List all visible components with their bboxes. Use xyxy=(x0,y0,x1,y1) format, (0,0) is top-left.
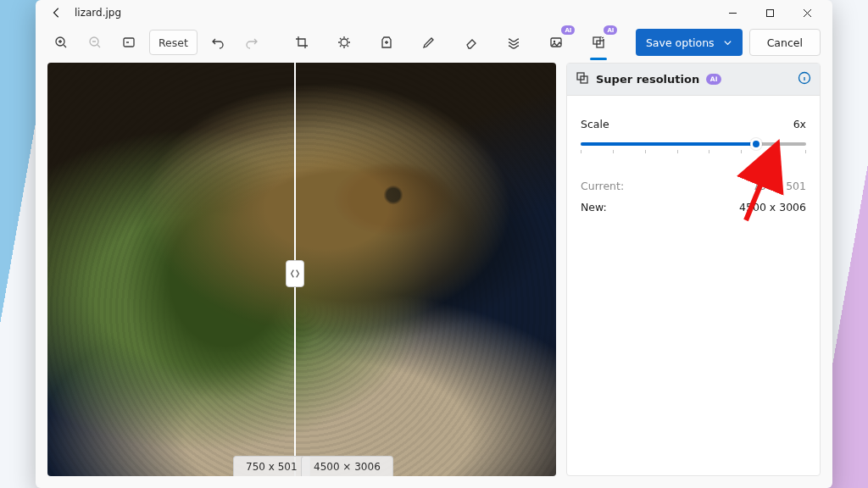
svg-point-4 xyxy=(341,39,348,46)
svg-rect-0 xyxy=(766,9,773,16)
ai-badge-icon: AI xyxy=(604,25,617,35)
cancel-button[interactable]: Cancel xyxy=(749,29,821,56)
super-resolution-tool[interactable]: AI xyxy=(585,30,612,55)
redo-button[interactable] xyxy=(238,30,265,55)
scale-slider[interactable] xyxy=(581,136,806,161)
undo-button[interactable] xyxy=(204,30,231,55)
super-resolution-icon xyxy=(576,71,589,87)
comparison-handle[interactable] xyxy=(286,260,304,287)
original-dimensions-label: 750 x 501 xyxy=(233,456,310,476)
zoom-out-button[interactable] xyxy=(81,30,108,55)
generative-tool[interactable]: AI xyxy=(542,30,570,55)
erase-tool[interactable] xyxy=(458,30,485,55)
markup-tool[interactable] xyxy=(415,30,442,55)
upscaled-dimensions-label: 4500 × 3006 xyxy=(301,456,393,476)
zoom-in-button[interactable] xyxy=(47,30,75,55)
image-canvas[interactable]: 750 x 501 4500 × 3006 xyxy=(47,63,556,476)
comparison-divider[interactable] xyxy=(294,63,296,476)
panel-title: Super resolution xyxy=(596,73,699,86)
main-area: 750 x 501 4500 × 3006 Super resolution A… xyxy=(36,59,832,488)
side-panel: Super resolution AI Scale 6x Cur xyxy=(566,63,821,476)
scale-label: Scale xyxy=(581,118,609,130)
save-options-label: Save options xyxy=(646,36,715,49)
file-name: lizard.jpg xyxy=(75,7,121,19)
new-dim-value: 4500 x 3006 xyxy=(739,201,806,214)
titlebar: lizard.jpg xyxy=(36,0,832,25)
ai-badge-icon: AI xyxy=(561,25,575,35)
current-dim-label: Current: xyxy=(581,180,624,192)
back-button[interactable] xyxy=(47,7,66,19)
current-dim-value: 750 x 501 xyxy=(753,180,806,192)
scale-value: 6x xyxy=(793,118,806,130)
save-options-button[interactable]: Save options xyxy=(636,29,743,56)
minimize-button[interactable] xyxy=(714,0,751,25)
new-dim-label: New: xyxy=(581,201,607,214)
crop-tool[interactable] xyxy=(288,30,315,55)
ai-badge-icon: AI xyxy=(706,74,721,85)
background-tool[interactable] xyxy=(500,30,527,55)
panel-body: Scale 6x Current: 750 x 501 New: 4500 x … xyxy=(567,96,820,232)
adjust-tool[interactable] xyxy=(331,30,358,55)
reset-button[interactable]: Reset xyxy=(149,30,198,55)
fit-button[interactable] xyxy=(115,30,142,55)
filter-tool[interactable] xyxy=(373,30,400,55)
info-icon[interactable] xyxy=(798,71,811,87)
panel-header: Super resolution AI xyxy=(567,64,820,96)
maximize-button[interactable] xyxy=(751,0,788,25)
svg-point-6 xyxy=(554,41,555,42)
toolbar: Reset A xyxy=(36,25,832,59)
close-button[interactable] xyxy=(788,0,826,25)
